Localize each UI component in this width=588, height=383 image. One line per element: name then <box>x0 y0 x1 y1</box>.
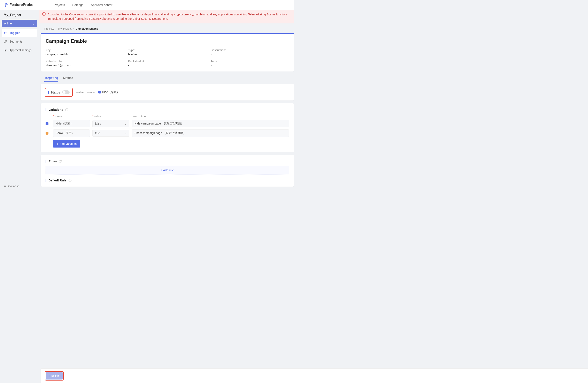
breadcrumb-sep: › <box>56 27 57 30</box>
variation-name-input[interactable]: Show（展示） <box>53 130 90 137</box>
col-value-label: value <box>92 115 129 118</box>
meta-tags-value: - <box>211 64 289 67</box>
meta-type-label: Type: <box>128 48 207 52</box>
status-card: Status disabled, serving Hide（隐藏） <box>41 84 294 100</box>
brand-logo[interactable]: FeatureProbe <box>4 3 33 7</box>
toggle-meta-grid: Key: campaign_enable Type: boolean Descr… <box>45 48 289 67</box>
variation-value: false <box>95 122 101 125</box>
breadcrumb-current: Campaign Enable <box>76 27 98 30</box>
breadcrumb-projects[interactable]: Projects <box>44 27 54 30</box>
toggle-info-card: Campaign Enable Key: campaign_enable Typ… <box>41 33 294 71</box>
status-toggle-switch[interactable] <box>62 90 70 94</box>
alert-text: According to the Cybersecurity Law, it i… <box>48 12 290 21</box>
breadcrumb-project[interactable]: My_Project <box>58 27 71 30</box>
main-content: ✕ According to the Cybersecurity Law, it… <box>39 10 294 191</box>
meta-pubat-value: - <box>128 64 207 67</box>
meta-pubby-label: Published by: <box>45 60 124 63</box>
col-desc-label: description <box>132 115 289 118</box>
add-variation-label: Add Variation <box>60 142 77 145</box>
status-title: Status <box>51 90 60 94</box>
help-icon[interactable]: ? <box>59 160 62 163</box>
breadcrumb-sep: › <box>73 27 74 30</box>
col-name-label: name <box>53 115 90 118</box>
topnav-approval[interactable]: Approval center <box>91 3 112 7</box>
top-nav: Projects Settings Approval center <box>54 3 112 7</box>
gear-icon <box>4 48 7 52</box>
environment-select[interactable]: online <box>2 20 37 27</box>
serving-variation-label: Hide（隐藏） <box>102 90 120 94</box>
collapse-button[interactable]: Collapse <box>2 182 37 190</box>
add-rule-label: Add rule <box>163 168 174 172</box>
collapse-icon <box>4 184 7 188</box>
topnav-settings[interactable]: Settings <box>72 3 83 7</box>
project-name: My_Project <box>2 13 37 20</box>
breadcrumb: Projects › My_Project › Campaign Enable <box>39 23 294 33</box>
rules-title: Rules <box>48 159 57 163</box>
svg-point-4 <box>5 50 6 50</box>
chevron-down-icon <box>125 132 127 134</box>
meta-key-label: Key: <box>45 48 124 52</box>
toggles-icon <box>4 31 7 35</box>
variation-desc-input[interactable]: Hide campaign page（隐藏活动页面） <box>132 120 289 127</box>
svg-point-2 <box>5 41 5 41</box>
meta-desc-label: Description: <box>211 48 289 52</box>
detail-tabs: Targeting Metrics <box>39 74 294 82</box>
meta-desc-value: - <box>211 53 289 56</box>
meta-tags-label: Tags: <box>211 60 289 63</box>
svg-rect-0 <box>4 32 7 33</box>
default-rule-title: Default Rule <box>48 179 66 182</box>
help-icon[interactable]: ? <box>69 179 71 182</box>
svg-point-3 <box>6 41 7 41</box>
variations-title: Variations <box>48 108 63 111</box>
status-serving-text: disabled, serving <box>75 90 96 94</box>
variation-desc-input[interactable]: Show campaign page （展示活动页面） <box>132 130 289 137</box>
feather-fp-icon <box>4 3 8 7</box>
topbar: FeatureProbe Projects Settings Approval … <box>0 0 294 10</box>
environment-label: online <box>4 22 12 25</box>
tab-targeting[interactable]: Targeting <box>44 74 58 82</box>
variation-row: Show（展示） true Show campaign page （展示活动页面… <box>45 130 289 137</box>
variation-name-input[interactable]: Hide（隐藏） <box>53 120 90 127</box>
variation-color-dot <box>45 132 48 135</box>
section-bar-icon <box>45 160 46 163</box>
svg-rect-1 <box>4 33 7 34</box>
variation-color-dot <box>45 122 48 125</box>
add-variation-button[interactable]: + Add Variation <box>53 140 80 148</box>
segments-icon <box>4 40 7 43</box>
sidebar-item-label: Toggles <box>9 31 20 35</box>
chevron-down-icon <box>125 123 127 125</box>
toggle-title: Campaign Enable <box>45 38 289 44</box>
security-alert: ✕ According to the Cybersecurity Law, it… <box>39 10 294 23</box>
sidebar-item-segments[interactable]: Segments <box>2 37 37 45</box>
section-bar-icon <box>45 108 46 111</box>
status-highlight: Status <box>45 88 73 97</box>
variation-value-select[interactable]: false <box>92 120 129 127</box>
variations-card: Variations ? name value description Hide… <box>41 103 294 152</box>
help-icon[interactable]: ? <box>65 108 68 111</box>
sidebar-item-approval[interactable]: Approval settings <box>2 46 37 54</box>
plus-icon: + <box>161 168 163 172</box>
serving-variation-chip: Hide（隐藏） <box>98 90 120 94</box>
meta-key-value: campaign_enable <box>45 53 124 56</box>
meta-type-value: boolean <box>128 53 207 56</box>
section-bar-icon <box>45 179 46 182</box>
sidebar: My_Project online Toggles Segments <box>0 10 39 191</box>
collapse-label: Collapse <box>8 184 19 188</box>
topnav-projects[interactable]: Projects <box>54 3 65 7</box>
rules-card: Rules ? + Add rule Default Rule ? <box>41 155 294 187</box>
sidebar-item-toggles[interactable]: Toggles <box>2 29 37 37</box>
tab-metrics[interactable]: Metrics <box>63 74 73 82</box>
meta-pubby-value: zhaopeng1@fp.com <box>45 64 124 67</box>
add-rule-button[interactable]: + Add rule <box>45 166 289 175</box>
sidebar-item-label: Approval settings <box>9 48 31 52</box>
section-bar-icon <box>48 90 49 94</box>
sidebar-item-label: Segments <box>9 40 22 43</box>
chevron-down-icon <box>32 23 35 24</box>
variation-row: Hide（隐藏） false Hide campaign page（隐藏活动页面… <box>45 120 289 127</box>
variation-value: true <box>95 132 100 135</box>
alert-icon: ✕ <box>42 12 45 16</box>
variation-color-dot <box>98 91 101 93</box>
meta-pubat-label: Published at: <box>128 60 207 63</box>
plus-icon: + <box>57 142 58 145</box>
variation-value-select[interactable]: true <box>92 130 129 137</box>
